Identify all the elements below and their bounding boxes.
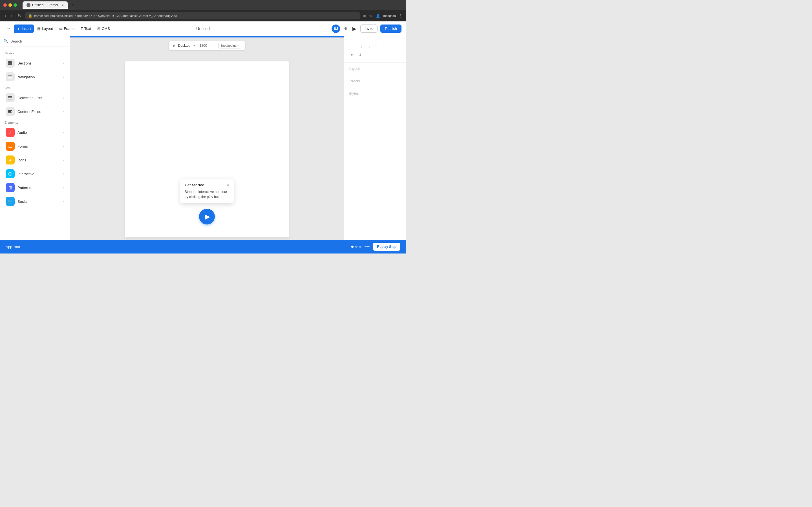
big-play-button[interactable]: ▶ (199, 209, 215, 224)
align-center-h-button[interactable]: ⊣ (357, 43, 363, 50)
minimize-dot[interactable] (8, 3, 12, 7)
maximize-dot[interactable] (13, 3, 17, 7)
navigation-label: Navigation (17, 75, 60, 79)
svg-rect-9 (8, 111, 11, 112)
tab-title: Untitled – Framer (32, 3, 58, 7)
preview-play-button[interactable]: ▶ (351, 24, 357, 33)
bookmark-icon[interactable]: ☆ (369, 13, 373, 18)
alignment-toolbar: ⊢ ⊣ ⊣ ⊤ ⊥ ⊥ ⇔ ⇕ (344, 41, 406, 61)
layout-button[interactable]: ▦ Layout (35, 25, 56, 33)
tab-close-btn[interactable]: × (62, 3, 64, 7)
svg-rect-10 (8, 112, 11, 113)
search-input[interactable] (10, 39, 66, 43)
breakpoint-button[interactable]: Breakpoint + (218, 43, 241, 48)
content-fields-icon (6, 107, 15, 116)
publish-button[interactable]: Publish (380, 24, 402, 33)
address-bar: ‹ › ↻ 🔒 framer.com/projects/Untitled--4I… (0, 10, 406, 21)
sidebar-item-content-fields[interactable]: Content Fields › (2, 105, 68, 118)
tour-more-button[interactable]: ••• (364, 244, 370, 250)
toolbar-right: SJ ⚙ ▶ Invite Publish (332, 24, 402, 33)
forms-label: Forms (17, 144, 60, 149)
tour-progress-dots (351, 245, 361, 248)
cast-icon[interactable]: ⊞ (363, 13, 366, 18)
app-tour-label: App Tour (6, 245, 351, 249)
browser-toolbar-icons: ⊞ ☆ 👤 Incognito ⋮ (363, 13, 403, 18)
cms-icon: ⊞ (97, 26, 100, 31)
patterns-label: Patterns (17, 186, 60, 190)
align-right-button[interactable]: ⊣ (364, 43, 371, 50)
layout-label: Layout (42, 26, 53, 31)
patterns-icon: ⊞ (6, 183, 15, 192)
text-button[interactable]: T Text (78, 25, 94, 33)
layout-panel-item[interactable]: Layout (344, 64, 406, 73)
align-bottom-button[interactable]: ⊥ (388, 43, 395, 50)
frame-controls: ▶ Desktop ▾ 1200 Breakpoint + (169, 41, 245, 50)
address-field[interactable]: 🔒 framer.com/projects/Untitled--4IbuYl9x… (26, 12, 360, 19)
svg-rect-6 (8, 98, 12, 98)
icons-chevron: › (63, 158, 64, 162)
align-center-v-button[interactable]: ⊥ (380, 43, 387, 50)
align-top-button[interactable]: ⊤ (372, 43, 379, 50)
cms-button[interactable]: ⊞ CMS (94, 25, 113, 33)
svg-rect-4 (8, 78, 12, 78)
icons-label: Icons (17, 158, 60, 162)
sidebar-item-forms[interactable]: ▭ Forms › (2, 139, 68, 153)
frame-icon: ▭ (59, 26, 63, 31)
tooltip-body: Start the interactive app tour by clicki… (185, 189, 229, 200)
sidebar-item-audio[interactable]: ♪ Audio › (2, 126, 68, 139)
tab-favicon (27, 3, 31, 7)
sidebar-item-icons[interactable]: ★ Icons › (2, 153, 68, 167)
align-left-button[interactable]: ⊢ (349, 43, 356, 50)
browser-dots (3, 3, 17, 7)
interactive-label: Interactive (17, 172, 60, 176)
replay-step-button[interactable]: Replay Step (373, 243, 400, 251)
settings-button[interactable]: ⚙ (343, 25, 349, 32)
sections-label: Sections (17, 61, 60, 65)
navigation-chevron: › (63, 75, 64, 78)
close-dot[interactable] (3, 3, 7, 7)
new-tab-button[interactable]: + (71, 3, 74, 8)
forward-button[interactable]: › (10, 12, 13, 19)
invite-button[interactable]: Invite (360, 24, 377, 33)
tooltip-close-button[interactable]: × (227, 182, 229, 187)
big-play-icon: ▶ (205, 213, 210, 221)
browser-chrome: Untitled – Framer × + (0, 0, 406, 10)
insert-icon: ＋ (17, 26, 20, 31)
play-icon: ▶ (352, 26, 356, 32)
canvas-top-bar (70, 36, 344, 38)
sidebar-item-sections[interactable]: Sections › (2, 56, 68, 70)
tour-dot-3 (359, 245, 361, 248)
select-tool-button[interactable]: ⊹ (4, 25, 13, 33)
main-area: 🔍 Basics Sections › Navigation (0, 36, 406, 240)
forms-chevron: › (63, 145, 64, 148)
frame-button[interactable]: ▭ Frame (56, 25, 78, 33)
avatar-button[interactable]: SJ (332, 24, 340, 33)
collection-lists-icon (6, 93, 15, 102)
insert-button[interactable]: ＋ Insert (14, 24, 34, 33)
sidebar: 🔍 Basics Sections › Navigation (0, 36, 70, 240)
sidebar-item-collection-lists[interactable]: Collection Lists › (2, 91, 68, 105)
text-label: Text (84, 26, 91, 31)
svg-rect-0 (8, 61, 12, 63)
sidebar-item-interactive[interactable]: ⬡ Interactive › (2, 167, 68, 180)
patterns-chevron: › (63, 186, 64, 189)
distribute-h-button[interactable]: ⇔ (349, 51, 356, 58)
search-icon: 🔍 (3, 39, 8, 43)
styles-panel-item[interactable]: Styles (344, 89, 406, 98)
collection-lists-chevron: › (63, 96, 64, 100)
content-fields-label: Content Fields (17, 110, 60, 114)
distribute-v-button[interactable]: ⇕ (357, 51, 363, 58)
menu-icon[interactable]: ⋮ (399, 13, 403, 18)
tooltip-title: Get Started (185, 183, 204, 187)
browser-tab[interactable]: Untitled – Framer × (22, 1, 68, 9)
back-button[interactable]: ‹ (3, 12, 7, 19)
sidebar-item-navigation[interactable]: Navigation › (2, 70, 68, 83)
effects-panel-item[interactable]: Effects (344, 76, 406, 86)
sidebar-item-patterns[interactable]: ⊞ Patterns › (2, 181, 68, 194)
tooltip-header: Get Started × (185, 182, 229, 187)
reload-button[interactable]: ↻ (17, 12, 22, 20)
profile-icon[interactable]: 👤 (375, 13, 380, 18)
canvas[interactable]: ▶ Desktop ▾ 1200 Breakpoint + Get Starte… (70, 36, 344, 240)
sidebar-item-social[interactable]: 🐦 Social › (2, 194, 68, 208)
right-panel: ⊢ ⊣ ⊣ ⊤ ⊥ ⊥ ⇔ ⇕ Layout Effects Styles (344, 36, 406, 240)
